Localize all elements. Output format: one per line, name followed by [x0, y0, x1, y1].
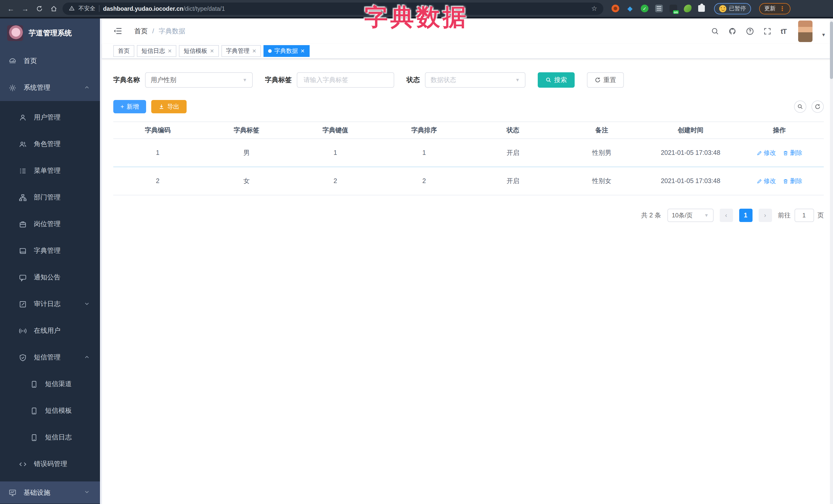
scrollbar-thumb[interactable]	[830, 22, 833, 79]
phone-icon	[30, 433, 38, 441]
edit-link[interactable]: 修改	[756, 177, 776, 185]
table-header-row: 字典编码 字典标签 字典键值 字典排序 状态 备注 创建时间 操作	[113, 122, 824, 139]
book-icon	[19, 247, 27, 255]
hamburger-icon[interactable]	[113, 27, 122, 35]
page-size-select[interactable]: 10条/页 ▼	[667, 209, 713, 222]
url-host: dashboard.yudao.iocoder.cn	[103, 5, 183, 11]
chevron-up-icon	[84, 84, 90, 92]
sidebar-item-audit-log[interactable]: 审计日志	[0, 291, 100, 317]
sidebar-scrollbar[interactable]	[100, 19, 102, 504]
browser-update-button[interactable]: 更新 ⋮	[759, 3, 790, 14]
next-page-button[interactable]: ›	[758, 209, 772, 222]
avatar[interactable]	[798, 20, 812, 42]
user-icon	[19, 114, 27, 121]
close-icon[interactable]: ✕	[252, 48, 257, 54]
status-select[interactable]: 数据状态 ▼	[425, 72, 525, 88]
help-icon[interactable]	[746, 27, 755, 35]
list-icon	[19, 167, 27, 174]
sidebar-item-dept-management[interactable]: 部门管理	[0, 184, 100, 211]
dict-name-label: 字典名称	[113, 75, 140, 85]
extension-blue-gem-icon[interactable]: ◆	[626, 4, 634, 13]
breadcrumb-home[interactable]: 首页	[134, 26, 148, 35]
magnifier-icon	[797, 103, 803, 110]
tab-home[interactable]: 首页	[113, 45, 134, 57]
sidebar-item-infrastructure[interactable]: 基础设施	[0, 481, 100, 503]
extensions-puzzle-icon[interactable]	[698, 5, 705, 12]
profile-paused-chip[interactable]: 已暂停	[714, 3, 751, 14]
page-scrollbar[interactable]	[830, 19, 833, 504]
col-dict-value: 字典键值	[291, 122, 380, 139]
github-icon[interactable]	[729, 27, 737, 35]
monitor-icon	[9, 488, 17, 496]
profile-emoji-icon	[719, 5, 727, 12]
close-icon[interactable]: ✕	[210, 48, 214, 54]
sidebar-item-post-management[interactable]: 岗位管理	[0, 211, 100, 237]
trash-icon	[783, 150, 788, 155]
dict-label-input[interactable]	[303, 76, 388, 84]
sidebar-item-role-management[interactable]: 角色管理	[0, 131, 100, 158]
avatar-caret-icon[interactable]: ▼	[821, 32, 826, 37]
sidebar-item-sms-template[interactable]: 短信模板	[0, 398, 100, 424]
extension-leaf-icon[interactable]	[684, 5, 691, 12]
browser-menu-icon[interactable]: ⋮	[779, 5, 785, 11]
online-signal-icon	[19, 327, 27, 335]
phone-icon	[30, 407, 38, 414]
extension-orange-icon[interactable]	[612, 5, 619, 12]
page-1-button[interactable]: 1	[739, 209, 752, 222]
sidebar-item-error-code[interactable]: 错误码管理	[0, 451, 100, 477]
sidebar-item-sms-management[interactable]: 短信管理	[0, 344, 100, 371]
sidebar-item-sms-channel[interactable]: 短信渠道	[0, 371, 100, 398]
sidebar-item-dict-management[interactable]: 字典管理	[0, 237, 100, 264]
breadcrumb-separator: /	[152, 27, 154, 35]
filter-form: 字典名称 用户性别 ▼ 字典标签 状态	[113, 72, 824, 88]
toggle-search-button[interactable]	[794, 100, 806, 113]
search-button[interactable]: 搜索	[538, 72, 575, 88]
sidebar-logo[interactable]: 芋道管理系统	[0, 19, 100, 48]
address-bar[interactable]: 不安全 dashboard.yudao.iocoder.cn/dict/type…	[63, 2, 603, 15]
app-root: ← → 不安全 dashboard.yudao.iocoder.cn/dict/…	[0, 0, 833, 504]
close-icon[interactable]: ✕	[168, 48, 172, 54]
home-icon[interactable]	[48, 3, 60, 14]
back-icon[interactable]: ←	[5, 3, 17, 14]
font-size-icon[interactable]: tT	[781, 27, 786, 35]
edit-link[interactable]: 修改	[756, 148, 776, 157]
download-icon	[159, 103, 165, 110]
goto-page-input[interactable]	[794, 209, 814, 222]
sidebar-item-sms-log[interactable]: 短信日志	[0, 424, 100, 451]
close-icon[interactable]: ✕	[301, 48, 305, 54]
add-button[interactable]: + 新增	[113, 100, 146, 113]
sidebar-item-notice[interactable]: 通知公告	[0, 264, 100, 291]
tab-dict-data-active[interactable]: 字典数据✕	[263, 45, 309, 57]
tab-sms-log[interactable]: 短信日志✕	[137, 45, 176, 57]
navbar-right: tT ▼	[711, 20, 826, 42]
tab-sms-template[interactable]: 短信模板✕	[179, 45, 219, 57]
extension-switch-icon[interactable]: on	[669, 5, 677, 12]
reload-icon[interactable]	[34, 3, 45, 14]
export-button[interactable]: 导出	[151, 100, 187, 113]
prev-page-button[interactable]: ‹	[719, 209, 733, 222]
chevron-down-icon: ▼	[515, 77, 520, 82]
breadcrumb-current: 字典数据	[159, 26, 185, 35]
sidebar-item-user-management[interactable]: 用户管理	[0, 104, 100, 131]
extension-green-check-icon[interactable]: ✓	[641, 5, 648, 12]
refresh-table-button[interactable]	[811, 100, 824, 113]
search-icon[interactable]	[711, 27, 720, 35]
sidebar-item-menu-management[interactable]: 菜单管理	[0, 158, 100, 184]
sidebar-item-online-users[interactable]: 在线用户	[0, 317, 100, 344]
chevron-down-icon: ▼	[242, 77, 247, 82]
url-text[interactable]: dashboard.yudao.iocoder.cn/dict/type/dat…	[103, 5, 225, 11]
page-content: 字典名称 用户性别 ▼ 字典标签 状态	[102, 59, 833, 504]
fullscreen-icon[interactable]	[763, 27, 772, 35]
tab-dict-management[interactable]: 字典管理✕	[221, 45, 261, 57]
delete-link[interactable]: 删除	[783, 148, 802, 157]
reset-button[interactable]: 重置	[587, 72, 624, 88]
bookmark-star-icon[interactable]: ☆	[591, 5, 597, 12]
sidebar-item-home[interactable]: 首页	[0, 48, 100, 74]
extension-bars-icon[interactable]	[655, 5, 663, 12]
security-label[interactable]: 不安全	[78, 5, 95, 12]
forward-icon[interactable]: →	[20, 3, 31, 14]
sidebar-item-system-management[interactable]: 系统管理	[0, 74, 100, 101]
dict-name-select[interactable]: 用户性别 ▼	[145, 72, 253, 88]
delete-link[interactable]: 删除	[783, 177, 802, 185]
system-submenu: 用户管理 角色管理 菜单管理 部门管理	[0, 101, 100, 481]
